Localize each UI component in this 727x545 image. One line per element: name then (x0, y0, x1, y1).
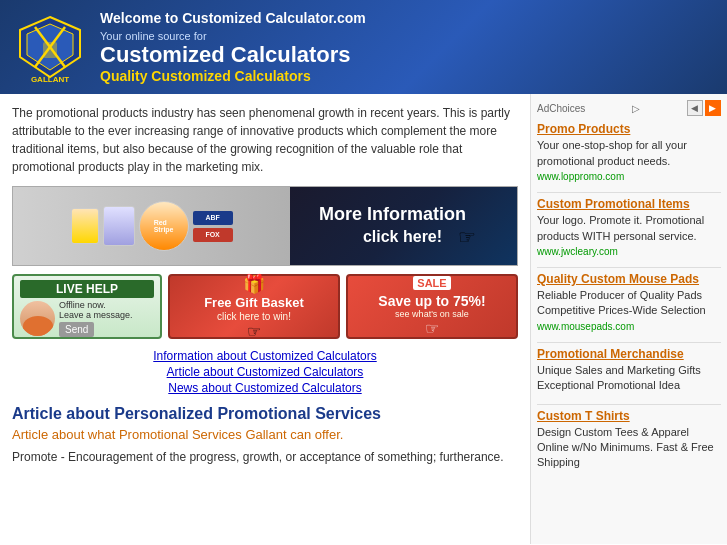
save-box[interactable]: SALE Save up to 75%! see what's on sale … (346, 274, 518, 339)
sidebar-ad-1-title[interactable]: Custom Promotional Items (537, 197, 721, 211)
sidebar-ad-3: Promotional Merchandise Unique Sales and… (537, 347, 721, 394)
header-text-block: Welcome to Customized Calculator.com You… (100, 10, 366, 84)
live-help-avatar (20, 301, 55, 336)
divider-2 (537, 342, 721, 343)
ad-choices-label: AdChoices (537, 103, 585, 114)
sidebar-ad-1-text: Your logo. Promote it. Promotional produ… (537, 213, 721, 244)
save-text: Save up to 75%! (378, 293, 485, 309)
sidebar-ad-1-url[interactable]: www.jwcleary.com (537, 246, 721, 257)
banner-more-info-text: More Information (319, 204, 476, 226)
gallant-logo: GALLANT (15, 12, 85, 82)
main-layout: The promotional products industry has se… (0, 94, 727, 544)
sidebar-ad-0: Promo Products Your one-stop-shop for al… (537, 122, 721, 182)
article-subtitle: Article about what Promotional Services … (12, 427, 518, 442)
sidebar-ad-0-text: Your one-stop-shop for all your promotio… (537, 138, 721, 169)
save-sub: see what's on sale (395, 309, 469, 319)
sidebar-ad-4-title[interactable]: Custom T Shirts (537, 409, 721, 423)
product-icon-3: RedStripe (139, 201, 189, 251)
banner-products: RedStripe ABF FOX More Information click… (13, 187, 517, 265)
divider-1 (537, 267, 721, 268)
divider-3 (537, 404, 721, 405)
ad-nav: ◀ ▶ (687, 100, 721, 116)
avatar-body (23, 316, 53, 336)
sidebar-ad-4-text: Design Custom Tees & Apparel Online w/No… (537, 425, 721, 471)
banner-click-text: click here! (363, 228, 452, 246)
svg-text:GALLANT: GALLANT (31, 75, 69, 82)
cursor-hand-icon: ☞ (458, 225, 476, 249)
brand-title: Customized Calculators (100, 42, 366, 68)
banner-left: RedStripe ABF FOX (13, 187, 290, 265)
link-article[interactable]: Article about Customized Calculators (12, 365, 518, 379)
product-icon-1 (71, 208, 99, 244)
live-help-status: Offline now. (59, 300, 133, 310)
sidebar-ad-1: Custom Promotional Items Your logo. Prom… (537, 197, 721, 257)
ad-next-button[interactable]: ▶ (705, 100, 721, 116)
source-label: Your online source for (100, 30, 366, 42)
banner-right[interactable]: More Information click here! ☞ (290, 187, 517, 265)
live-help-title: LIVE HELP (20, 280, 154, 298)
live-help-content: Offline now. Leave a message. Send (20, 300, 154, 337)
free-gift-sub: click here to win! (217, 311, 291, 322)
ad-choices-icon: ▷ (632, 103, 640, 114)
header-subtitle: Quality Customized Calculators (100, 68, 366, 84)
live-help-message: Leave a message. (59, 310, 133, 320)
intro-text: The promotional products industry has se… (12, 104, 518, 176)
promo-row: LIVE HELP Offline now. Leave a message. … (12, 274, 518, 339)
sidebar-ad-4: Custom T Shirts Design Custom Tees & App… (537, 409, 721, 471)
live-help-send-button[interactable]: Send (59, 322, 94, 337)
product-icon-2 (103, 206, 135, 246)
welcome-text: Welcome to Customized Calculator.com (100, 10, 366, 26)
divider-0 (537, 192, 721, 193)
links-section: Information about Customized Calculators… (12, 349, 518, 395)
ad-choices-bar: AdChoices ▷ ◀ ▶ (537, 100, 721, 116)
content-area: The promotional products industry has se… (0, 94, 530, 544)
free-gift-title: Free Gift Basket (204, 295, 304, 311)
sidebar-ad-0-url[interactable]: www.loppromo.com (537, 171, 721, 182)
link-news[interactable]: News about Customized Calculators (12, 381, 518, 395)
sidebar-ad-3-title[interactable]: Promotional Merchandise (537, 347, 721, 361)
sidebar-ad-2-text: Reliable Producer of Quality Pads Compet… (537, 288, 721, 319)
page-header: GALLANT Welcome to Customized Calculator… (0, 0, 727, 94)
sidebar: AdChoices ▷ ◀ ▶ Promo Products Your one-… (530, 94, 727, 544)
sale-badge: SALE (413, 276, 450, 290)
article-section: Article about Personalized Promotional S… (12, 405, 518, 466)
sidebar-ad-0-title[interactable]: Promo Products (537, 122, 721, 136)
save-cursor-icon: ☞ (425, 319, 439, 338)
svg-rect-4 (43, 42, 57, 58)
sidebar-ad-2-title[interactable]: Quality Custom Mouse Pads (537, 272, 721, 286)
info-banner[interactable]: RedStripe ABF FOX More Information click… (12, 186, 518, 266)
sidebar-ad-2-url[interactable]: www.mousepads.com (537, 321, 721, 332)
sidebar-ad-3-text: Unique Sales and Marketing Gifts Excepti… (537, 363, 721, 394)
article-title: Article about Personalized Promotional S… (12, 405, 518, 423)
link-info[interactable]: Information about Customized Calculators (12, 349, 518, 363)
sidebar-ad-2: Quality Custom Mouse Pads Reliable Produ… (537, 272, 721, 332)
live-help-box: LIVE HELP Offline now. Leave a message. … (12, 274, 162, 339)
free-gift-cursor-icon: ☞ (247, 322, 261, 341)
article-body: Promote - Encouragement of the progress,… (12, 448, 518, 466)
ad-prev-button[interactable]: ◀ (687, 100, 703, 116)
free-gift-box[interactable]: 🎁 Free Gift Basket click here to win! ☞ (168, 274, 340, 339)
